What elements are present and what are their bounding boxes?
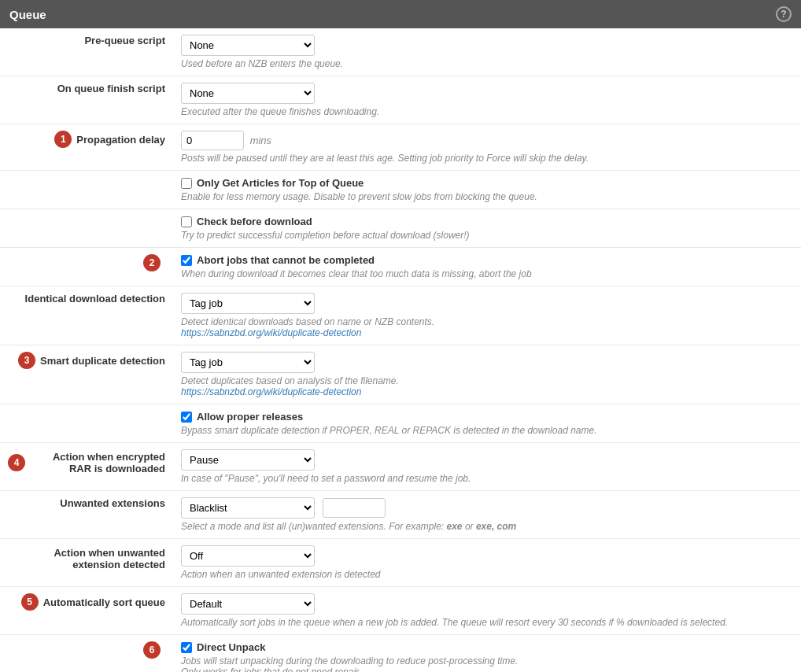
hint-unwanted-extensions: Select a mode and list all (un)wanted ex… <box>181 521 793 532</box>
hint-on-queue-finish-script: Executed after the queue finishes downlo… <box>181 106 793 117</box>
label-smart-duplicate-detection: 3 Smart duplicate detection <box>0 345 173 404</box>
value-pre-queue-script: None Used before an NZB enters the queue… <box>173 28 801 76</box>
value-automatically-sort-queue: Default Automatically sort jobs in the q… <box>173 587 801 635</box>
hint-propagation-delay: Posts will be paused until they are at l… <box>181 153 793 164</box>
label-pre-queue-script: Pre-queue script <box>0 28 173 76</box>
badge-automatically-sort-queue: 5 <box>21 593 39 611</box>
badge-direct-unpack: 6 <box>143 641 161 659</box>
value-smart-duplicate-detection: Tag job Detect duplicates based on analy… <box>173 345 801 404</box>
hint-abort-jobs: When during download it becomes clear th… <box>181 268 793 279</box>
label-allow-proper-releases <box>0 404 173 443</box>
label-identical-download-detection: Identical download detection <box>0 286 173 345</box>
link-identical-download-detection[interactable]: https://sabnzbd.org/wiki/duplicate-detec… <box>181 327 361 338</box>
row-allow-proper-releases: Allow proper releases Bypass smart dupli… <box>0 404 801 443</box>
checkbox-label-only-get-articles[interactable]: Only Get Articles for Top of Queue <box>181 177 793 189</box>
value-propagation-delay: mins Posts will be paused until they are… <box>173 124 801 171</box>
row-action-unwanted-extension: Action when unwanted extension detected … <box>0 539 801 587</box>
checkbox-label-check-before-download[interactable]: Check before download <box>181 216 793 227</box>
label-automatically-sort-queue: 5 Automatically sort queue <box>0 587 173 635</box>
hint-direct-unpack: Jobs will start unpacking during the dow… <box>181 655 793 672</box>
label-only-get-articles <box>0 171 173 209</box>
value-direct-unpack: Direct Unpack Jobs will start unpacking … <box>173 635 801 673</box>
checkbox-only-get-articles[interactable] <box>181 178 192 189</box>
row-pre-queue-script: Pre-queue script None Used before an NZB… <box>0 28 801 76</box>
label-unwanted-extensions: Unwanted extensions <box>0 491 173 539</box>
select-on-queue-finish-script[interactable]: None <box>181 83 315 104</box>
badge-abort-jobs: 2 <box>143 254 161 271</box>
hint-pre-queue-script: Used before an NZB enters the queue. <box>181 58 793 69</box>
checkbox-allow-proper-releases[interactable] <box>181 412 192 423</box>
hint-identical-download-detection: Detect identical downloads based on name… <box>181 316 793 338</box>
checkbox-label-abort-jobs[interactable]: Abort jobs that cannot be completed <box>181 254 793 266</box>
input-propagation-delay[interactable] <box>181 131 244 150</box>
row-only-get-articles: Only Get Articles for Top of Queue Enabl… <box>0 171 801 209</box>
row-automatically-sort-queue: 5 Automatically sort queue Default Autom… <box>0 587 801 635</box>
checkbox-abort-jobs[interactable] <box>181 255 192 266</box>
row-on-queue-finish-script: On queue finish script None Executed aft… <box>0 76 801 124</box>
value-identical-download-detection: Tag job Detect identical downloads based… <box>173 286 801 345</box>
row-identical-download-detection: Identical download detection Tag job Det… <box>0 286 801 345</box>
select-identical-download-detection[interactable]: Tag job <box>181 293 315 314</box>
unit-propagation-delay: mins <box>250 135 271 146</box>
value-unwanted-extensions: Blacklist Select a mode and list all (un… <box>173 491 801 539</box>
row-unwanted-extensions: Unwanted extensions Blacklist Select a m… <box>0 491 801 539</box>
link-smart-duplicate-detection[interactable]: https://sabnzbd.org/wiki/duplicate-detec… <box>181 386 361 397</box>
label-direct-unpack: 6 <box>0 635 173 673</box>
hint-smart-duplicate-detection: Detect duplicates based on analysis of t… <box>181 375 793 397</box>
hint-check-before-download: Try to predict successful completion bef… <box>181 230 793 241</box>
badge-action-encrypted-rar: 4 <box>8 454 25 471</box>
select-pre-queue-script[interactable]: None <box>181 35 315 56</box>
hint-automatically-sort-queue: Automatically sort jobs in the queue whe… <box>181 617 793 628</box>
label-on-queue-finish-script: On queue finish script <box>0 76 173 124</box>
value-check-before-download: Check before download Try to predict suc… <box>173 209 801 248</box>
hint-example2: exe, com <box>476 521 516 532</box>
input-unwanted-extensions[interactable] <box>323 498 386 518</box>
value-action-unwanted-extension: Off Action when an unwanted extension is… <box>173 539 801 587</box>
page-wrapper: Queue ? Pre-queue script None Used befor… <box>0 0 801 672</box>
label-abort-jobs: 2 <box>0 248 173 286</box>
settings-table: Pre-queue script None Used before an NZB… <box>0 28 801 672</box>
hint-allow-proper-releases: Bypass smart duplicate detection if PROP… <box>181 425 793 436</box>
select-action-unwanted-extension[interactable]: Off <box>181 545 315 567</box>
section-title: Queue <box>9 8 46 21</box>
checkbox-label-allow-proper-releases[interactable]: Allow proper releases <box>181 411 793 423</box>
section-header: Queue ? <box>0 0 801 28</box>
row-abort-jobs: 2 Abort jobs that cannot be completed Wh… <box>0 248 801 286</box>
select-automatically-sort-queue[interactable]: Default <box>181 593 315 615</box>
help-icon[interactable]: ? <box>776 6 792 22</box>
label-propagation-delay: 1 Propagation delay <box>0 124 173 171</box>
hint-example1: exe <box>447 521 463 532</box>
badge-smart-duplicate-detection: 3 <box>18 352 35 369</box>
value-action-encrypted-rar: Pause In case of "Pause", you'll need to… <box>173 443 801 491</box>
row-propagation-delay: 1 Propagation delay mins Posts will be p… <box>0 124 801 171</box>
value-only-get-articles: Only Get Articles for Top of Queue Enabl… <box>173 171 801 209</box>
value-on-queue-finish-script: None Executed after the queue finishes d… <box>173 76 801 124</box>
hint-action-unwanted-extension: Action when an unwanted extension is det… <box>181 569 793 580</box>
badge-propagation-delay: 1 <box>54 131 72 148</box>
label-action-unwanted-extension: Action when unwanted extension detected <box>0 539 173 587</box>
label-check-before-download <box>0 209 173 248</box>
row-check-before-download: Check before download Try to predict suc… <box>0 209 801 248</box>
select-smart-duplicate-detection[interactable]: Tag job <box>181 352 315 373</box>
content-area: Pre-queue script None Used before an NZB… <box>0 28 801 672</box>
label-action-encrypted-rar: 4 Action when encrypted RAR is downloade… <box>0 443 173 491</box>
checkbox-label-direct-unpack[interactable]: Direct Unpack <box>181 641 793 653</box>
value-allow-proper-releases: Allow proper releases Bypass smart dupli… <box>173 404 801 443</box>
checkbox-check-before-download[interactable] <box>181 216 192 227</box>
checkbox-direct-unpack[interactable] <box>181 642 192 653</box>
row-direct-unpack: 6 Direct Unpack Jobs will start unpackin… <box>0 635 801 673</box>
select-unwanted-extensions-mode[interactable]: Blacklist <box>181 497 315 519</box>
value-abort-jobs: Abort jobs that cannot be completed When… <box>173 248 801 286</box>
hint-action-encrypted-rar: In case of "Pause", you'll need to set a… <box>181 473 793 484</box>
select-action-encrypted-rar[interactable]: Pause <box>181 449 315 471</box>
hint-only-get-articles: Enable for less memory usage. Disable to… <box>181 191 793 202</box>
row-smart-duplicate-detection: 3 Smart duplicate detection Tag job Dete… <box>0 345 801 404</box>
row-action-encrypted-rar: 4 Action when encrypted RAR is downloade… <box>0 443 801 491</box>
